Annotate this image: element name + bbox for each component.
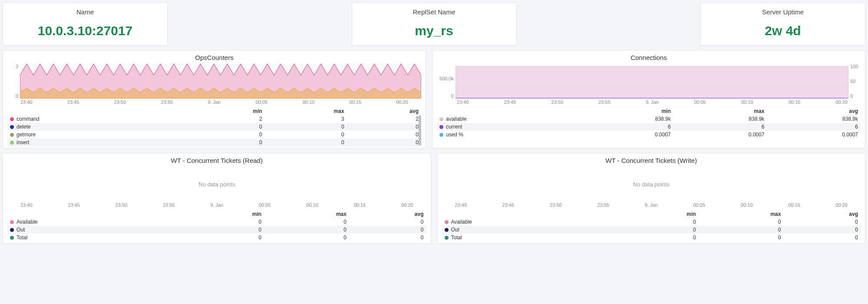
legend-color-icon [10,236,14,240]
stat-panel-uptime: Server Uptime 2w 4d [700,3,865,46]
chart-wt-write[interactable]: No data points [442,167,861,202]
chart-connections[interactable]: 500.0k 0 100 50 0 [437,64,861,99]
legend-max: 0 [265,131,347,139]
xtick: 23:45 [68,202,80,208]
legend-label: getmore [17,132,36,138]
legend-max: 838.9k [673,115,767,123]
legend-row[interactable]: Available000 [442,218,861,226]
legend-row[interactable]: Available000 [7,218,426,226]
xtick: 00:15 [350,99,362,105]
col-min: min [185,210,264,218]
xtick: 00:05 [693,202,706,208]
legend-color-icon [10,117,14,121]
legend-label: available [446,116,466,122]
panel-opscounters[interactable]: OpsCounters 3 0 23:40 23:45 23:50 23:55 … [3,50,426,149]
legend-color-icon [445,228,449,232]
legend-label: command [17,116,40,122]
xtick: 23:40 [20,202,33,208]
legend-min: 0 [185,226,264,234]
legend-max: 0 [264,226,349,234]
xtick: 00:15 [789,99,801,105]
chart-wt-read[interactable]: No data points [7,167,426,202]
svg-rect-2 [455,66,848,99]
yaxis-right: 100 50 0 [848,64,861,99]
yaxis-left: 500.0k 0 [437,64,455,99]
stat-value-uptime: 2w 4d [704,23,861,38]
legend-min: 6 [580,123,673,131]
legend-avg: 0 [349,218,426,226]
legend-row[interactable]: Total000 [7,234,426,241]
xtick: 00:10 [741,99,753,105]
xtick: 00:05 [694,99,706,105]
xtick: 23:45 [502,202,515,208]
legend-row[interactable]: available838.9k838.9k838.9k [437,115,861,123]
nodata-label: No data points [198,181,235,188]
col-min: min [580,107,673,115]
col-avg: avg [349,210,426,218]
xtick: 23:55 [163,202,175,208]
xtick: 9. Jan [645,202,658,208]
legend-max: 0 [699,218,784,226]
xtick: 00:10 [306,202,318,208]
legend-color-icon [445,220,449,224]
xaxis: 23:40 23:45 23:50 23:55 9. Jan 00:05 00:… [7,99,421,105]
spacer [174,3,346,46]
ytick: 0 [437,93,454,99]
legend-avg: 0 [783,234,861,241]
xtick: 00:20 [396,99,408,105]
legend-row[interactable]: delete000 [7,123,421,131]
legend-table: min max avg available838.9k838.9k838.9kc… [437,107,861,139]
legend-row[interactable]: current666 [437,123,861,131]
legend-max: 0 [699,234,784,241]
panel-title: OpsCounters [7,54,421,61]
legend-row[interactable]: Out000 [7,226,426,234]
panel-wt-write[interactable]: WT - Concurrent Tickets (Write) No data … [437,153,866,244]
xtick: 23:50 [114,99,126,105]
xtick: 00:15 [788,202,800,208]
legend-color-icon [439,117,443,121]
legend-row[interactable]: command232 [7,115,421,123]
xtick: 23:55 [597,202,609,208]
legend-avg: 0 [347,131,421,139]
stat-panel-name: Name 10.0.3.10:27017 [3,3,168,46]
xtick: 23:50 [551,99,564,105]
panel-wt-read[interactable]: WT - Concurrent Tickets (Read) No data p… [3,153,431,244]
col-max: max [265,107,347,115]
legend-avg: 0.0007 [767,131,861,139]
legend-avg: 0 [349,226,426,234]
legend-color-icon [10,220,14,224]
legend-min: 0 [189,123,265,131]
xtick: 9. Jan [208,99,221,105]
xtick: 23:40 [457,99,469,105]
legend-row[interactable]: insert000 [7,139,421,146]
xtick: 00:10 [741,202,753,208]
scrollbar[interactable] [419,115,421,145]
xtick: 23:45 [504,99,516,105]
xtick: 23:55 [598,99,611,105]
chart-opscounters[interactable]: 3 0 [7,64,421,99]
xtick: 23:45 [67,99,79,105]
xtick: 00:20 [835,202,848,208]
legend-table: min max avg Available000Out000Total000 [7,210,426,241]
legend-color-icon [439,133,443,137]
legend-max: 0.0007 [673,131,767,139]
yaxis-left [442,167,455,202]
legend-row[interactable]: getmore000 [7,131,421,139]
legend-min: 0 [185,218,264,226]
legend-avg: 0 [783,226,861,234]
legend-row[interactable]: Total000 [442,234,861,241]
legend-min: 0 [620,234,699,241]
legend-avg: 0 [349,234,426,241]
xtick: 23:55 [161,99,173,105]
stat-value-replset: my_rs [356,23,513,38]
xtick: 23:40 [20,99,33,105]
legend-label: current [446,124,462,130]
legend-row[interactable]: Out000 [442,226,861,234]
panel-title: WT - Concurrent Tickets (Write) [442,157,861,164]
legend-color-icon [10,228,14,232]
ytick: 500.0k [437,76,454,81]
legend-min: 0.0007 [580,131,673,139]
panel-connections[interactable]: Connections 500.0k 0 100 50 0 23:40 23:4… [432,50,865,149]
legend-row[interactable]: used %0.00070.00070.0007 [437,131,861,139]
legend-avg: 0 [347,123,421,131]
